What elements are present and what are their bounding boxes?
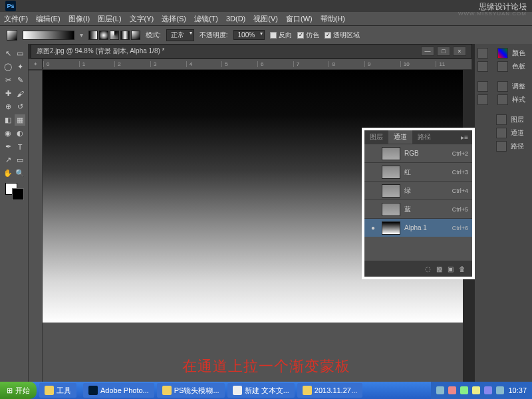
paths-panel-btn[interactable]: 路径 [496,141,529,152]
tray-icon[interactable] [448,386,456,394]
ruler-tick: 1 [79,61,115,67]
panel-menu-icon[interactable]: ▸≡ [457,134,472,141]
diamond-gradient-icon[interactable] [131,31,140,40]
dock-icon[interactable] [477,48,488,59]
ruler-horizontal[interactable]: 01234567891011 [43,59,472,70]
lasso-tool[interactable]: ◯ [3,61,13,72]
doc-minimize-button[interactable]: — [421,47,434,56]
tray-icon[interactable] [496,386,504,394]
channel-shortcut: Ctrl+6 [452,225,468,231]
crop-tool[interactable]: ✂ [3,74,13,86]
ps-icon [88,386,98,395]
taskbar-item-folder2[interactable]: 新建 文本文... [227,383,295,398]
gradient-tool-icon[interactable] [7,30,17,41]
linear-gradient-icon[interactable] [88,31,98,40]
taskbar-item-date[interactable]: 2013.11.27... [297,383,362,398]
stamp-tool[interactable]: ⊕ [3,101,13,112]
shape-tool[interactable]: ▭ [15,154,25,166]
opacity-dropdown[interactable]: 100% [233,30,265,40]
menu-select[interactable]: 选择(S) [162,14,186,24]
menu-edit[interactable]: 编辑(E) [36,14,61,24]
visibility-icon[interactable]: ● [368,224,378,231]
taskbar-item-folder1[interactable]: PS镜头模糊... [157,383,225,398]
channel-thumb [382,203,400,216]
channel-row-alpha1[interactable]: ●Alpha 1Ctrl+6 [364,218,472,237]
history-brush-tool[interactable]: ↺ [15,101,25,112]
hand-tool[interactable]: ✋ [3,168,13,179]
dodge-tool[interactable]: ◐ [15,128,25,139]
eyedropper-tool[interactable]: ✎ [15,74,25,86]
channel-row-red[interactable]: 红Ctrl+3 [364,162,472,181]
dock-icon[interactable] [477,81,488,92]
background-swatch[interactable] [12,188,24,200]
swatches-panel-btn[interactable]: 色板 [497,61,529,72]
gradient-tool-selected[interactable]: ▦ [15,114,25,126]
tab-channels[interactable]: 通道 [388,130,412,144]
dock-label: 样式 [512,95,525,104]
radial-gradient-icon[interactable] [99,31,108,40]
tab-paths[interactable]: 路径 [412,130,436,144]
wand-tool[interactable]: ✦ [15,61,25,72]
channel-row-green[interactable]: 绿Ctrl+4 [364,181,472,200]
menu-type[interactable]: 文字(Y) [130,14,154,24]
blend-mode-dropdown[interactable]: 正常 [166,29,194,41]
gradient-preview[interactable] [23,31,74,40]
channels-panel: 图层 通道 路径 ▸≡ RGBCtrl+2 红Ctrl+3 绿Ctrl+4 蓝C… [362,128,475,279]
dock-icon[interactable] [477,61,488,72]
color-panel-btn[interactable]: 颜色 [497,48,529,59]
ps-logo-icon: Ps [5,1,16,11]
menu-view[interactable]: 视图(V) [253,14,278,24]
delete-channel-icon[interactable]: 🗑 [459,265,466,273]
tray-icon[interactable] [460,386,468,394]
heal-tool[interactable]: ✚ [3,88,13,99]
start-button[interactable]: ⊞开始 [0,382,37,399]
menu-3d[interactable]: 3D(D) [226,15,245,23]
reflected-gradient-icon[interactable] [120,31,130,40]
document-tab[interactable]: 原图2.jpg @ 94.8% (背景 副本, Alpha 1/8) * — □… [31,44,472,59]
taskbar-item-tools[interactable]: 工具 [39,383,76,398]
marquee-tool[interactable]: ▭ [15,48,25,59]
menu-layer[interactable]: 图层(L) [98,14,121,24]
tray-icon[interactable] [484,386,492,394]
transparency-checkbox[interactable]: ✓透明区域 [325,31,360,40]
tray-icon[interactable] [472,386,480,394]
taskbar-label: Adobe Photo... [100,386,149,394]
dock-label: 图层 [511,115,524,124]
taskbar-item-ps[interactable]: Adobe Photo... [83,383,154,398]
reverse-checkbox[interactable]: 反向 [270,31,292,40]
path-tool[interactable]: ↗ [3,154,13,166]
layers-panel-btn[interactable]: 图层 [496,114,529,125]
doc-close-button[interactable]: × [453,47,466,56]
eraser-tool[interactable]: ◧ [3,114,13,126]
clock[interactable]: 10:37 [508,386,527,394]
channel-row-rgb[interactable]: RGBCtrl+2 [364,144,472,162]
channels-panel-btn[interactable]: 通道 [496,128,529,138]
tutorial-caption: 在通道上拉一个渐变蒙板 [0,356,532,376]
menu-file[interactable]: 文件(F) [4,14,28,24]
save-selection-icon[interactable]: ▩ [436,265,442,273]
system-tray[interactable]: 10:37 [431,382,532,399]
menu-filter[interactable]: 滤镜(T) [194,14,218,24]
tray-icon[interactable] [436,386,444,394]
brush-tool[interactable]: 🖌 [15,88,25,99]
menu-image[interactable]: 图像(I) [68,14,90,24]
angle-gradient-icon[interactable] [110,31,119,40]
ruler-vertical[interactable] [28,70,43,383]
blur-tool[interactable]: ◉ [3,128,13,139]
zoom-tool[interactable]: 🔍 [15,168,25,179]
adjustments-panel-btn[interactable]: 调整 [497,81,529,92]
pen-tool[interactable]: ✒ [3,141,13,152]
dither-checkbox[interactable]: ✓仿色 [297,31,319,40]
menu-help[interactable]: 帮助(H) [321,14,345,24]
channel-row-blue[interactable]: 蓝Ctrl+5 [364,200,472,218]
doc-maximize-button[interactable]: □ [437,47,450,56]
color-swatches[interactable] [3,183,25,207]
menu-window[interactable]: 窗口(W) [286,14,313,24]
dock-icon[interactable] [477,94,488,105]
move-tool[interactable]: ↖ [3,48,13,59]
styles-panel-btn[interactable]: 样式 [497,94,529,105]
new-channel-icon[interactable]: ▣ [448,265,454,273]
load-selection-icon[interactable]: ◌ [425,265,431,273]
tab-layers[interactable]: 图层 [364,130,388,144]
type-tool[interactable]: T [15,141,25,152]
